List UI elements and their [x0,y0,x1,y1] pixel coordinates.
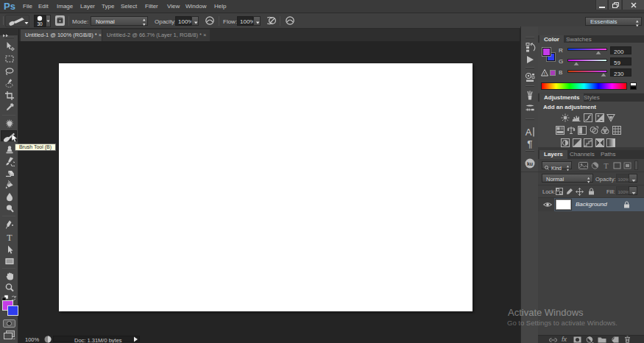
svg-text:T: T [7,233,13,243]
svg-text:T: T [604,162,609,170]
svg-text:A: A [526,127,532,138]
svg-text:ku: ku [527,161,533,166]
svg-text:30: 30 [37,21,43,26]
svg-text:Kind: Kind [551,166,562,171]
svg-text:!: ! [544,71,545,77]
svg-text:¶: ¶ [527,138,532,149]
